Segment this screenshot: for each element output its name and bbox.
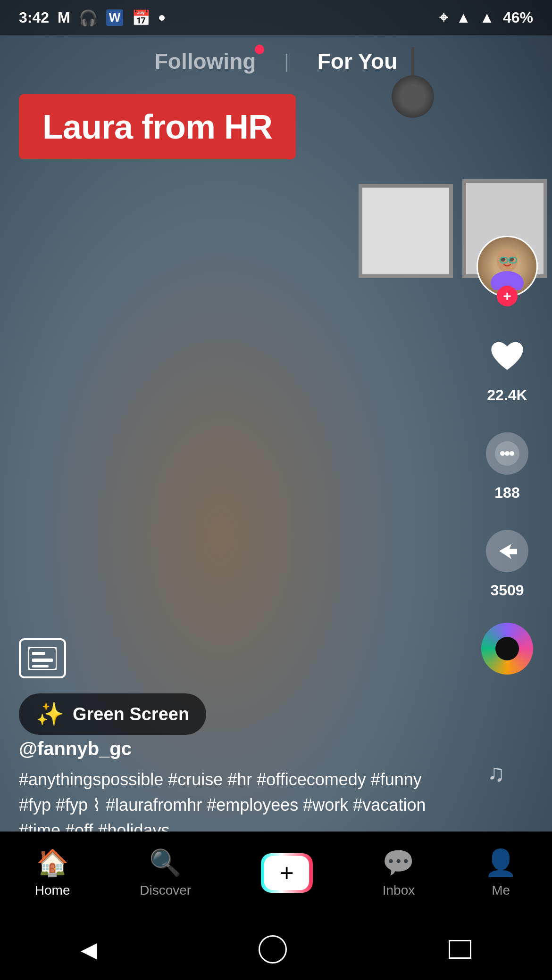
status-left: 3:42 M 🎧 W 📅 [19,9,165,27]
svg-point-14 [510,451,514,456]
me-label: Me [492,883,510,898]
dot-icon [159,15,165,21]
nav-add[interactable]: + [261,853,313,893]
inbox-icon: 💬 [382,848,415,878]
calendar-icon: 📅 [132,9,151,27]
subtitles-icon [28,647,57,670]
plus-icon: + [264,856,309,890]
sparkle-icon: ✨ [36,701,64,727]
wall-frame-1 [359,184,453,278]
heart-icon [481,330,533,382]
home-icon: 🏠 [36,848,69,878]
music-note-float: ♫ [487,759,505,787]
nav-inbox[interactable]: 💬 Inbox [382,848,415,898]
nav-me[interactable]: 👤 Me [485,848,517,898]
tab-following[interactable]: Following [155,49,256,74]
tab-divider: | [284,51,289,72]
share-count: 3509 [490,582,524,599]
recents-button[interactable] [449,940,471,959]
svg-rect-1 [32,652,45,655]
signal-icon: ▲ [479,9,494,26]
share-button[interactable]: 3509 [481,525,533,599]
follow-button[interactable]: + [497,286,518,306]
comment-count: 188 [494,484,519,502]
like-button[interactable]: 22.4K [481,330,533,404]
nav-home[interactable]: 🏠 Home [35,848,70,898]
add-button[interactable]: + [261,853,313,893]
discover-label: Discover [140,883,191,898]
subtitles-button[interactable] [19,638,66,678]
avatar-image [486,243,528,290]
nav-discover[interactable]: 🔍 Discover [140,848,191,898]
battery-icon: 46% [503,9,533,26]
me-icon: 👤 [485,848,517,878]
wifi-icon: ▲ [456,9,471,26]
green-screen-label: Green Screen [73,704,189,725]
music-disc [481,623,533,675]
status-time: 3:42 [19,9,49,26]
right-actions: + 22.4K 188 [477,236,538,675]
notification-dot [255,45,264,54]
green-screen-badge[interactable]: ✨ Green Screen [19,693,206,735]
hr-banner: Laura from HR [19,94,296,159]
hr-banner-text: Laura from HR [42,108,272,146]
svg-rect-2 [32,659,53,662]
home-button[interactable] [259,935,287,964]
username[interactable]: @fannyb_gc [19,738,458,759]
discover-icon: 🔍 [149,848,182,878]
android-nav: ◀ [0,923,552,980]
svg-point-13 [505,451,510,456]
bottom-nav: 🏠 Home 🔍 Discover + 💬 Inbox 👤 Me [0,832,552,923]
svg-point-12 [500,451,505,456]
headphone-icon: 🎧 [79,9,98,27]
gmail-icon: M [58,9,70,26]
tab-for-you[interactable]: For You [318,49,398,74]
bluetooth-icon: ⌖ [439,9,448,26]
like-count: 22.4K [487,387,527,404]
inbox-label: Inbox [383,883,415,898]
svg-rect-3 [32,665,49,667]
avatar-container[interactable]: + [477,236,538,306]
status-right: ⌖ ▲ ▲ 46% [439,9,533,26]
home-label: Home [35,883,70,898]
nav-tabs: Following | For You [0,35,552,87]
comment-button[interactable]: 188 [481,428,533,502]
comment-icon [481,428,533,479]
music-disc-inner [495,637,519,660]
share-icon [481,525,533,577]
word-icon: W [106,9,124,26]
status-bar: 3:42 M 🎧 W 📅 ⌖ ▲ ▲ 46% [0,0,552,35]
back-button[interactable]: ◀ [81,937,97,962]
music-disc-button[interactable] [481,623,533,675]
